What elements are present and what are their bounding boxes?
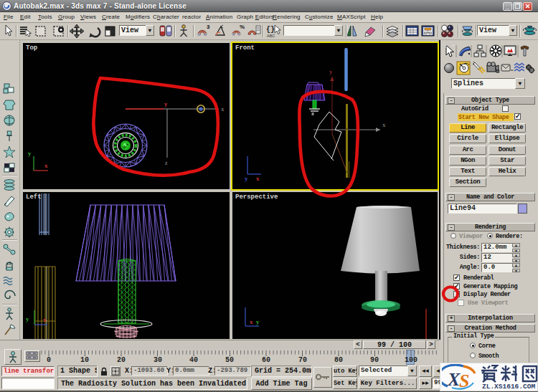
svg-text:S: S bbox=[459, 371, 469, 391]
svg-text:z: z bbox=[165, 160, 168, 166]
svg-text:y: y bbox=[164, 100, 168, 107]
svg-text:x: x bbox=[44, 162, 48, 169]
svg-text:y: y bbox=[28, 150, 32, 157]
svg-text:y: y bbox=[26, 315, 29, 322]
svg-text:x: x bbox=[250, 318, 253, 325]
svg-text:%: % bbox=[240, 24, 245, 30]
svg-text:x: x bbox=[43, 316, 47, 323]
svg-text:y: y bbox=[256, 318, 260, 325]
svg-text:3: 3 bbox=[207, 24, 210, 30]
svg-text:ABC: ABC bbox=[267, 34, 275, 38]
svg-text:{}: {} bbox=[266, 26, 275, 34]
svg-text:x: x bbox=[221, 105, 225, 113]
